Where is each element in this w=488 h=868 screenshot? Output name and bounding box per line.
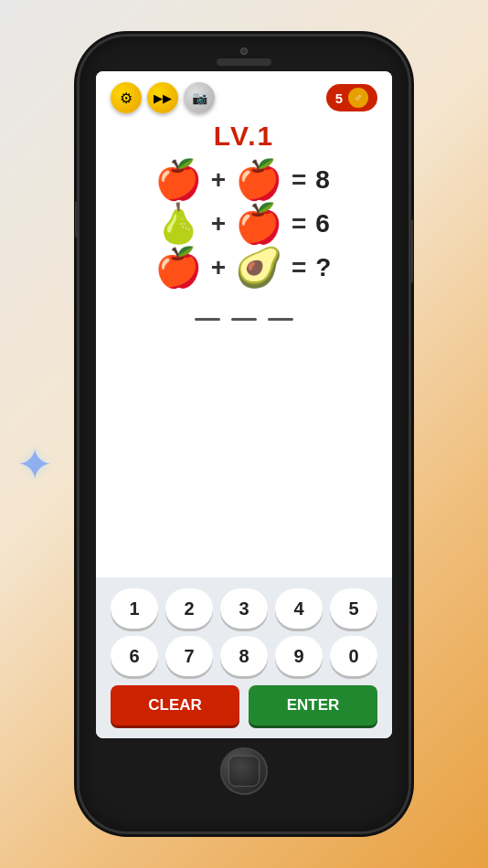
key-4[interactable]: 4	[275, 588, 323, 629]
op-plus-3: +	[211, 253, 226, 282]
star-decoration: ✦	[16, 439, 53, 490]
enter-button[interactable]: ENTER	[249, 685, 377, 725]
key-5[interactable]: 5	[330, 588, 377, 629]
phone-speaker	[217, 58, 271, 66]
keypad-grid: 1 2 3 4 5 6 7 8 9 0	[111, 588, 377, 676]
key-2[interactable]: 2	[165, 588, 213, 629]
fruit-apple-3: 🍎	[235, 205, 282, 243]
phone-shell: ⚙ ▶▶ 📷 5 ♂ LV.1	[80, 37, 408, 831]
op-plus-2: +	[211, 209, 226, 238]
camera-icon: 📷	[192, 90, 207, 105]
play-button[interactable]: ▶▶	[147, 82, 178, 113]
fruit-avocado-1: 🥑	[235, 249, 282, 287]
key-0[interactable]: 0	[330, 636, 377, 676]
answer-slot-3	[268, 318, 293, 321]
answer-area	[195, 318, 293, 321]
game-area: ⚙ ▶▶ 📷 5 ♂ LV.1	[96, 71, 392, 577]
phone-camera	[240, 48, 248, 55]
side-button-left	[75, 201, 79, 238]
op-plus-1: +	[211, 165, 226, 195]
equation-row-1: 🍎 + 🍎 = 8	[154, 161, 334, 199]
fruit-apple-4: 🍎	[154, 249, 202, 287]
play-icon: ▶▶	[154, 91, 172, 105]
lock-icon: ♂	[348, 88, 368, 108]
fruit-apple-2: 🍎	[235, 161, 282, 199]
keypad-area: 1 2 3 4 5 6 7 8 9 0 CLEAR ENTER	[96, 577, 392, 738]
key-6[interactable]: 6	[111, 636, 158, 676]
answer-slot-1	[195, 318, 220, 321]
phone-top	[80, 37, 408, 71]
eq-value-1: 8	[315, 165, 334, 195]
eq-sign-2: =	[292, 209, 306, 238]
settings-icon: ⚙	[120, 90, 133, 107]
clear-button[interactable]: CLEAR	[111, 685, 239, 725]
gender-icon: ♂	[355, 91, 363, 104]
score-value: 5	[335, 90, 343, 106]
answer-slot-2	[231, 318, 257, 321]
fruit-apple-1: 🍎	[154, 161, 202, 199]
fruit-pear-1: 🍐	[154, 205, 202, 243]
camera-button[interactable]: 📷	[184, 82, 215, 113]
phone-bottom	[220, 738, 268, 808]
settings-button[interactable]: ⚙	[111, 82, 142, 113]
eq-sign-1: =	[292, 165, 306, 195]
action-row: CLEAR ENTER	[111, 685, 377, 725]
screen: ⚙ ▶▶ 📷 5 ♂ LV.1	[96, 71, 392, 738]
equation-row-2: 🍐 + 🍎 = 6	[154, 205, 334, 243]
score-badge: 5 ♂	[326, 84, 377, 111]
home-button-inner	[228, 756, 260, 787]
eq-value-2: 6	[315, 209, 334, 238]
key-7[interactable]: 7	[165, 636, 213, 676]
key-1[interactable]: 1	[111, 588, 158, 629]
eq-sign-3: =	[292, 253, 306, 282]
toolbar-left: ⚙ ▶▶ 📷	[111, 82, 215, 113]
home-button[interactable]	[220, 747, 268, 795]
toolbar: ⚙ ▶▶ 📷 5 ♂	[111, 82, 377, 113]
key-3[interactable]: 3	[220, 588, 268, 629]
puzzle-area: 🍎 + 🍎 = 8 🍐 + 🍎 = 6 🍎 +	[111, 161, 377, 287]
key-8[interactable]: 8	[220, 636, 268, 676]
side-button-right	[409, 219, 413, 283]
equation-row-3: 🍎 + 🥑 = ?	[154, 249, 334, 287]
key-9[interactable]: 9	[275, 636, 323, 676]
level-title: LV.1	[214, 121, 274, 152]
eq-value-3: ?	[315, 253, 334, 282]
